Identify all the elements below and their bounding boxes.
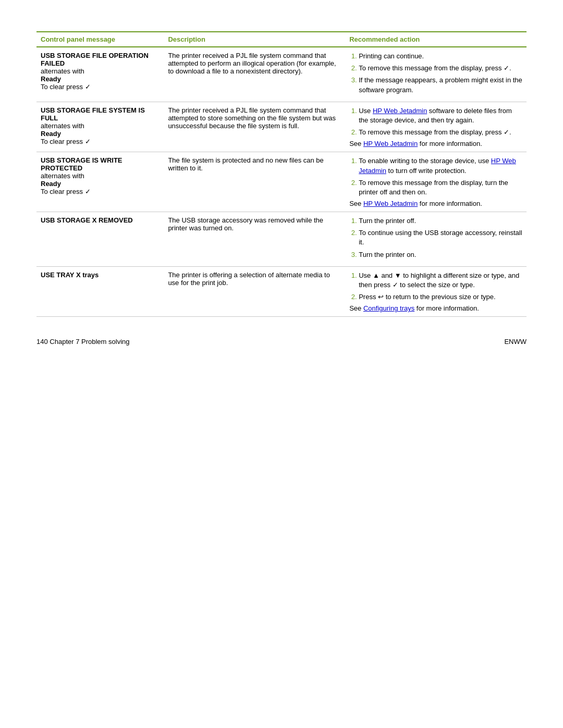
action-item: To remove this message from the display,… [359, 178, 522, 197]
action-item: Turn the printer off. [359, 216, 522, 226]
message-title: USB STORAGE FILE OPERATION FAILED [41, 52, 160, 67]
action-link[interactable]: HP Web Jetadmin [373, 107, 427, 115]
action-cell: Use ▲ and ▼ to highlight a different siz… [345, 266, 527, 317]
message-title: USB STORAGE IS WRITE PROTECTED [41, 156, 160, 172]
message-ready: Ready [41, 180, 160, 188]
table-row: USB STORAGE FILE SYSTEM IS FULLalternate… [36, 102, 527, 152]
action-item: Turn the printer on. [359, 250, 522, 260]
action-cell: Turn the printer off.To continue using t… [345, 212, 527, 267]
message-clear: To clear press ✓ [41, 138, 160, 145]
action-cell: Use HP Web Jetadmin software to delete f… [345, 102, 527, 152]
message-cell: USB STORAGE IS WRITE PROTECTEDalternates… [36, 152, 164, 212]
see-note: See HP Web Jetadmin for more information… [349, 140, 522, 147]
action-item: Press ↩ to return to the previous size o… [359, 292, 522, 302]
message-title: USE TRAY X trays [41, 271, 160, 279]
page-content: Control panel message Description Recomm… [36, 31, 527, 346]
see-note-link[interactable]: HP Web Jetadmin [363, 140, 418, 147]
table-row: USB STORAGE FILE OPERATION FAILEDalterna… [36, 47, 527, 102]
message-ready: Ready [41, 75, 160, 83]
message-ready: Ready [41, 130, 160, 138]
table-header-row: Control panel message Description Recomm… [36, 32, 527, 47]
see-note: See HP Web Jetadmin for more information… [349, 200, 522, 207]
action-item: To enable writing to the storage device,… [359, 156, 522, 175]
description-cell: The printer received a PJL file system c… [164, 102, 345, 152]
action-item: To remove this message from the display,… [359, 64, 522, 73]
action-item: If the message reappears, a problem migh… [359, 76, 522, 94]
action-item: Use HP Web Jetadmin software to delete f… [359, 106, 522, 125]
action-cell: To enable writing to the storage device,… [345, 152, 527, 212]
action-item: To continue using the USB storage access… [359, 228, 522, 247]
header-col-message: Control panel message [36, 32, 164, 47]
footer-right: ENWW [504, 338, 527, 346]
message-alt: alternates with [41, 172, 160, 180]
description-cell: The USB storage accessory was removed wh… [164, 212, 345, 267]
page-footer: 140 Chapter 7 Problem solving ENWW [36, 338, 527, 346]
action-item: Printing can continue. [359, 52, 522, 61]
message-alt: alternates with [41, 67, 160, 75]
action-item: To remove this message from the display,… [359, 128, 522, 137]
message-cell: USB STORAGE X REMOVED [36, 212, 164, 267]
see-note: See Configuring trays for more informati… [349, 304, 522, 312]
table-row: USB STORAGE X REMOVEDThe USB storage acc… [36, 212, 527, 267]
description-cell: The file system is protected and no new … [164, 152, 345, 212]
table-row: USE TRAY X traysThe printer is offering … [36, 266, 527, 317]
message-cell: USE TRAY X trays [36, 266, 164, 317]
message-cell: USB STORAGE FILE SYSTEM IS FULLalternate… [36, 102, 164, 152]
action-item: Use ▲ and ▼ to highlight a different siz… [359, 271, 522, 290]
see-note-link[interactable]: Configuring trays [363, 304, 414, 312]
message-clear: To clear press ✓ [41, 188, 160, 195]
description-cell: The printer is offering a selection of a… [164, 266, 345, 317]
header-col-desc: Description [164, 32, 345, 47]
see-note-link[interactable]: HP Web Jetadmin [363, 200, 418, 207]
table-row: USB STORAGE IS WRITE PROTECTEDalternates… [36, 152, 527, 212]
message-alt: alternates with [41, 122, 160, 130]
action-link[interactable]: HP Web Jetadmin [359, 157, 516, 174]
message-clear: To clear press ✓ [41, 83, 160, 91]
message-cell: USB STORAGE FILE OPERATION FAILEDalterna… [36, 47, 164, 102]
main-table: Control panel message Description Recomm… [36, 31, 527, 317]
message-title: USB STORAGE FILE SYSTEM IS FULL [41, 106, 160, 122]
action-cell: Printing can continue.To remove this mes… [345, 47, 527, 102]
message-title: USB STORAGE X REMOVED [41, 216, 160, 224]
footer-left: 140 Chapter 7 Problem solving [36, 338, 130, 346]
description-cell: The printer received a PJL file system c… [164, 47, 345, 102]
header-col-action: Recommended action [345, 32, 527, 47]
